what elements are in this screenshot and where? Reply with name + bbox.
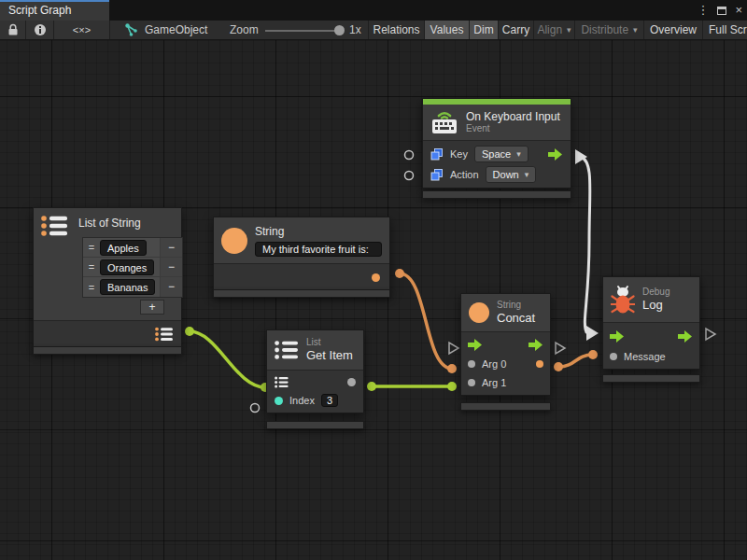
- code-view-button[interactable]: <×>: [54, 21, 110, 39]
- list-item-row: = Apples −: [83, 238, 182, 258]
- node-title: Concat: [497, 311, 535, 326]
- dropdown-arrow-icon: ▾: [525, 170, 529, 179]
- node-get-item[interactable]: List Get Item Index 3: [266, 329, 364, 413]
- list-editor: = Apples − = Oranges − = Bananas −: [82, 237, 183, 298]
- list-input-port[interactable]: [275, 376, 289, 388]
- lock-icon: [7, 23, 19, 36]
- node-title: On Keyboard Input: [466, 110, 560, 123]
- title-bar: Script Graph ⋮ ×: [0, 0, 747, 21]
- node-subtitle: Event: [466, 123, 560, 134]
- node-string-literal[interactable]: String My third favorite fruit is:: [213, 217, 390, 292]
- node-footer: [266, 421, 364, 429]
- window-menu-icon[interactable]: ⋮: [697, 0, 709, 21]
- string-value-field[interactable]: My third favorite fruit is:: [255, 242, 382, 257]
- node-debug-log[interactable]: Debug Log Message: [602, 276, 700, 370]
- arg0-port-dot[interactable]: [468, 360, 475, 368]
- enum-icon: [430, 148, 444, 161]
- overview-button[interactable]: Overview: [643, 21, 702, 39]
- trigger-out-arrow-icon[interactable]: [529, 339, 543, 351]
- distribute-button[interactable]: Distribute▾: [574, 21, 643, 39]
- node-footer: [213, 289, 390, 298]
- keyboard-icon: [430, 109, 458, 135]
- result-output-port[interactable]: [536, 360, 543, 368]
- node-footer: [422, 190, 571, 199]
- info-button[interactable]: [26, 21, 54, 39]
- message-label: Message: [624, 351, 666, 362]
- item-output-port[interactable]: [347, 378, 356, 386]
- dropdown-arrow-icon: ▾: [567, 25, 571, 35]
- relations-button[interactable]: Relations: [368, 21, 424, 39]
- graph-toolbar: <×> GameObject Zoom 1x Relations Values …: [0, 21, 747, 40]
- list-output-port[interactable]: [155, 327, 174, 342]
- node-title: Log: [642, 298, 669, 313]
- add-item-button[interactable]: +: [140, 300, 164, 315]
- node-concat[interactable]: String Concat Arg 0 Arg 1: [460, 293, 551, 396]
- remove-item-button[interactable]: −: [160, 258, 182, 276]
- arg1-port-dot[interactable]: [468, 379, 475, 386]
- zoom-slider-knob[interactable]: [334, 25, 345, 35]
- message-port-dot[interactable]: [610, 353, 617, 360]
- align-button[interactable]: Align▾: [533, 21, 574, 39]
- arg1-label: Arg 1: [482, 377, 506, 388]
- dropdown-arrow-icon: ▾: [516, 149, 521, 159]
- arg0-label: Arg 0: [482, 358, 506, 370]
- node-title: String: [255, 225, 382, 238]
- node-category: List: [306, 337, 353, 348]
- enum-icon: [430, 169, 444, 181]
- action-port-label: Action: [450, 169, 479, 180]
- node-list-of-string[interactable]: List of String = Apples − = Oranges − = …: [33, 207, 182, 347]
- node-footer: [460, 402, 551, 411]
- string-type-icon: [469, 302, 489, 323]
- dim-button[interactable]: Dim: [469, 21, 498, 39]
- bug-icon: [611, 284, 635, 315]
- string-type-icon: [221, 228, 247, 254]
- script-graph-window: Script Graph ⋮ × <×>: [0, 0, 747, 560]
- node-footer: [33, 346, 182, 355]
- fullscreen-button[interactable]: Full Scre: [702, 21, 747, 39]
- index-value-field[interactable]: 3: [321, 394, 338, 407]
- drag-handle[interactable]: =: [83, 261, 100, 273]
- list-item-row: = Oranges −: [83, 258, 182, 277]
- index-port-dot[interactable]: [275, 397, 283, 405]
- gameobject-icon: [123, 21, 140, 39]
- drag-handle[interactable]: =: [83, 242, 100, 253]
- list-icon-white: [275, 340, 299, 360]
- zoom-value: 1x: [349, 21, 361, 39]
- values-button[interactable]: Values: [424, 21, 469, 39]
- list-item-field[interactable]: Apples: [100, 240, 147, 256]
- node-title: List of String: [78, 215, 141, 230]
- node-category: Debug: [642, 287, 669, 298]
- string-output-port[interactable]: [372, 273, 380, 282]
- node-on-keyboard-input[interactable]: On Keyboard Input Event Key Space ▾: [422, 98, 571, 189]
- action-dropdown[interactable]: Down ▾: [486, 166, 537, 183]
- carry-button[interactable]: Carry: [498, 21, 533, 39]
- trigger-in-arrow-icon[interactable]: [610, 330, 625, 343]
- zoom-slider-track[interactable]: [265, 30, 336, 32]
- key-dropdown[interactable]: Space ▾: [474, 146, 529, 162]
- key-port-label: Key: [450, 148, 468, 160]
- node-title: Get Item: [306, 348, 353, 363]
- drag-handle[interactable]: =: [83, 282, 100, 293]
- tab-script-graph[interactable]: Script Graph: [0, 0, 109, 21]
- remove-item-button[interactable]: −: [160, 277, 182, 297]
- node-category: String: [497, 300, 535, 311]
- list-item-row: = Bananas −: [83, 277, 182, 297]
- maximize-icon[interactable]: [717, 7, 726, 15]
- trigger-arrow-icon[interactable]: [548, 148, 563, 161]
- dropdown-arrow-icon: ▾: [633, 25, 638, 35]
- gameobject-target-label[interactable]: GameObject: [145, 21, 207, 39]
- trigger-out-arrow-icon[interactable]: [678, 330, 693, 343]
- lock-button[interactable]: [0, 21, 26, 39]
- trigger-in-arrow-icon[interactable]: [468, 339, 483, 351]
- node-footer: [602, 374, 700, 383]
- close-icon[interactable]: ×: [735, 0, 742, 21]
- info-icon: [34, 23, 47, 36]
- zoom-label: Zoom: [230, 21, 259, 39]
- list-icon-orange: [41, 215, 69, 237]
- list-item-field[interactable]: Bananas: [100, 279, 155, 295]
- index-label: Index: [289, 395, 315, 406]
- remove-item-button[interactable]: −: [160, 238, 182, 257]
- list-item-field[interactable]: Oranges: [100, 259, 154, 275]
